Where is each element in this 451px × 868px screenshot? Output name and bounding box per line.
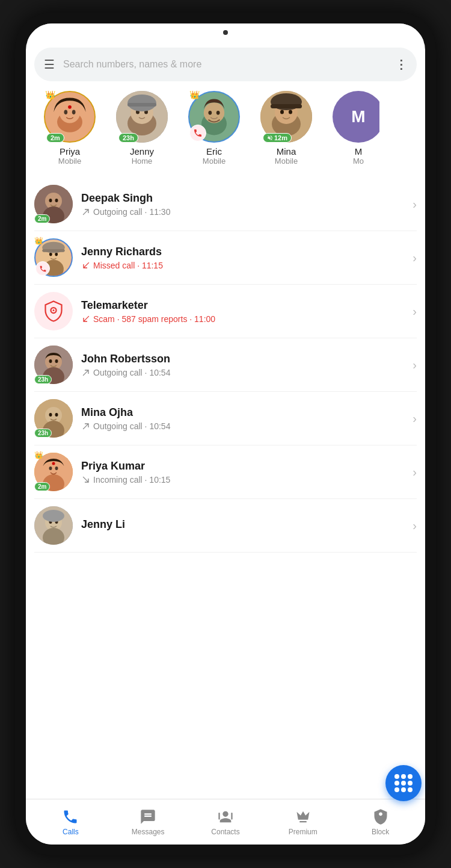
fav-avatar-last: M xyxy=(333,91,384,143)
call-crown-priya-k: 👑 xyxy=(34,451,43,459)
status-dot xyxy=(223,30,228,35)
fav-phone-badge-eric xyxy=(189,125,206,141)
fav-type-last: Mo xyxy=(353,157,364,166)
dialpad-fab[interactable] xyxy=(385,765,422,801)
favorites-row: 👑 2m Priya Mobile xyxy=(34,91,417,166)
status-bar xyxy=(26,23,425,42)
call-avatar-telemarketer xyxy=(34,292,73,330)
call-avatar-wrap-telemarketer xyxy=(34,292,73,330)
calls-icon xyxy=(62,808,79,825)
call-detail-john: Outgoing call · 10:54 xyxy=(81,368,408,377)
fav-name-jenny: Jenny xyxy=(130,146,154,157)
call-detail-priya-k: Incoming call · 10:15 xyxy=(81,475,408,485)
svg-rect-36 xyxy=(42,249,65,252)
svg-point-3 xyxy=(64,110,67,115)
svg-point-52 xyxy=(49,467,52,470)
fav-name-priya: Priya xyxy=(60,146,80,157)
call-info-deepak: Deepak Singh Outgoing call · 11:30 xyxy=(81,192,408,217)
svg-point-38 xyxy=(53,309,55,311)
svg-rect-62 xyxy=(231,813,232,820)
nav-label-messages: Messages xyxy=(132,828,165,836)
call-name-priya-k: Priya Kumar xyxy=(81,460,408,473)
fab-dot xyxy=(408,787,413,792)
call-name-mina-ojha: Mina Ojha xyxy=(81,406,408,419)
favorite-mina[interactable]: 12m Mina Mobile xyxy=(253,91,319,166)
fav-type-eric: Mobile xyxy=(203,157,226,166)
nav-item-premium[interactable]: Premium xyxy=(279,808,327,836)
contacts-icon xyxy=(217,808,234,825)
call-item-john[interactable]: 23h John Robertsson Outgoing call · 10:5… xyxy=(34,338,417,392)
call-chevron-telemarketer[interactable]: › xyxy=(413,305,417,318)
fav-type-priya: Mobile xyxy=(58,157,81,166)
call-item-telemarketer[interactable]: Telemarketer Scam · 587 spam reports · 1… xyxy=(34,285,417,338)
phone-screen: ☰ Search numbers, names & more ⋮ xyxy=(26,23,425,845)
search-input[interactable]: Search numbers, names & more xyxy=(63,59,395,70)
fav-type-jenny: Home xyxy=(132,157,153,166)
call-detail-text-deepak: Outgoing call · 11:30 xyxy=(93,207,170,217)
call-name-jenny-r: Jenny Richards xyxy=(81,246,408,258)
call-avatar-wrap-jenny-r: 👑 xyxy=(34,238,73,277)
call-detail-text-john: Outgoing call · 10:54 xyxy=(93,368,170,377)
nav-label-contacts: Contacts xyxy=(211,828,239,836)
fav-avatar-wrap-last: M xyxy=(333,91,384,143)
svg-point-53 xyxy=(55,467,58,470)
more-options-icon[interactable]: ⋮ xyxy=(395,57,407,72)
call-chevron-jenny-r[interactable]: › xyxy=(413,251,417,265)
call-badge-john: 23h xyxy=(34,375,52,384)
call-item-priya-k[interactable]: 👑 2m Priya Kumar Incoming call · 10:15 › xyxy=(34,445,417,499)
nav-item-calls[interactable]: Calls xyxy=(46,808,94,836)
favorite-eric[interactable]: 👑 Eric Mobile xyxy=(181,91,247,166)
call-item-mina-ojha[interactable]: 23h Mina Ojha Outgoing call · 10:54 › xyxy=(34,392,417,445)
fav-badge-priya: 2m xyxy=(46,133,64,143)
call-avatar-jenny-li xyxy=(34,506,73,545)
bottom-nav: Calls Messages Contacts xyxy=(26,799,425,845)
nav-label-calls: Calls xyxy=(63,828,79,836)
fav-crown-eric: 👑 xyxy=(189,91,200,99)
fav-avatar-wrap-eric: 👑 xyxy=(188,91,240,143)
svg-point-21 xyxy=(280,110,284,114)
call-info-jenny-li: Jenny Li xyxy=(81,518,408,533)
call-name-john: John Robertsson xyxy=(81,353,408,365)
premium-icon xyxy=(295,808,311,825)
favorite-priya[interactable]: 👑 2m Priya Mobile xyxy=(37,91,103,166)
call-item-jenny-li[interactable]: Jenny Li › xyxy=(34,499,417,553)
content-area: ☰ Search numbers, names & more ⋮ xyxy=(26,42,425,799)
svg-point-15 xyxy=(204,102,224,123)
call-badge-priya-k: 2m xyxy=(34,482,50,491)
nav-item-contacts[interactable]: Contacts xyxy=(201,808,250,836)
search-bar[interactable]: ☰ Search numbers, names & more ⋮ xyxy=(34,48,417,81)
fab-dot xyxy=(401,781,406,786)
fav-badge-jenny: 23h xyxy=(118,133,138,143)
call-avatar-wrap-jenny-li xyxy=(34,506,73,545)
svg-point-5 xyxy=(68,105,72,109)
svg-point-48 xyxy=(55,413,58,417)
menu-icon[interactable]: ☰ xyxy=(44,58,55,70)
favorite-jenny[interactable]: 23h Jenny Home xyxy=(109,91,175,166)
favorite-last[interactable]: M M Mo xyxy=(325,91,391,166)
svg-rect-12 xyxy=(127,103,156,107)
fav-badge-muted-mina: 12m xyxy=(263,133,292,143)
fab-dot xyxy=(394,774,399,779)
fav-name-last: M xyxy=(355,146,363,157)
nav-item-block[interactable]: Block xyxy=(357,808,405,836)
call-detail-mina-ojha: Outgoing call · 10:54 xyxy=(81,421,408,431)
call-chevron-deepak[interactable]: › xyxy=(413,197,417,211)
fab-dot xyxy=(394,781,399,786)
call-crown-jenny-r: 👑 xyxy=(34,237,43,245)
fav-name-mina: Mina xyxy=(277,146,296,157)
fab-dot xyxy=(401,787,406,792)
nav-label-block: Block xyxy=(372,828,389,836)
fab-dots xyxy=(394,774,413,792)
call-chevron-john[interactable]: › xyxy=(413,358,417,372)
call-detail-deepak: Outgoing call · 11:30 xyxy=(81,207,408,217)
call-chevron-jenny-li[interactable]: › xyxy=(413,519,417,533)
fab-dot xyxy=(408,781,413,786)
nav-item-messages[interactable]: Messages xyxy=(124,808,172,836)
call-item-deepak[interactable]: 2m Deepak Singh Outgoing call · 11:30 › xyxy=(34,178,417,231)
call-chevron-mina-ojha[interactable]: › xyxy=(413,412,417,426)
svg-point-60 xyxy=(43,510,64,522)
call-item-jenny-r[interactable]: 👑 Jenny Richards Missed call · 11:15 xyxy=(34,231,417,285)
phone-frame: ☰ Search numbers, names & more ⋮ xyxy=(15,13,436,855)
fav-name-eric: Eric xyxy=(206,146,222,157)
call-chevron-priya-k[interactable]: › xyxy=(413,465,417,479)
